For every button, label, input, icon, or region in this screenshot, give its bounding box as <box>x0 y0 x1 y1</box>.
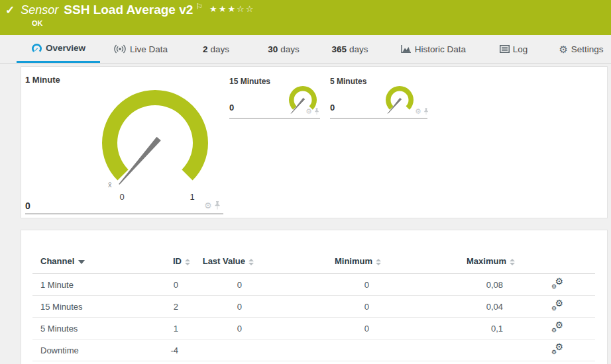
gear-icon[interactable]: ⚙ <box>415 108 421 115</box>
status-check-icon: ✓ <box>5 3 15 17</box>
tab-settings[interactable]: ⚙ Settings <box>551 35 611 63</box>
column-header-minimum[interactable]: Minimum <box>254 249 381 274</box>
gauge-last-value: 0 <box>229 103 234 113</box>
channel-last-value: 0 <box>190 274 254 296</box>
gauge-scale-min: 0 <box>115 192 129 202</box>
sort-icon <box>376 259 381 265</box>
edit-channel-icon[interactable]: ⚙⚙ <box>551 279 563 289</box>
channel-maximum: 0,04 <box>381 296 515 318</box>
page-title: SSH Load Average v2 <box>64 3 193 17</box>
channel-name: 1 Minute <box>32 274 125 296</box>
channel-maximum <box>381 340 515 361</box>
tab-label: days <box>349 44 368 54</box>
gauge-scale-max: 1 <box>186 192 199 202</box>
gear-icon[interactable]: ⚙ <box>204 201 212 210</box>
column-label: Minimum <box>335 256 372 266</box>
channel-last-value: 0 <box>190 318 254 340</box>
gauge-needle <box>119 138 160 184</box>
tab-live-data[interactable]: Live Data <box>108 35 173 63</box>
tab-historic-data[interactable]: Historic Data <box>396 35 471 63</box>
area-chart-icon <box>401 45 412 54</box>
tab-label: Overview <box>46 43 85 53</box>
gauge-chart-5-minutes <box>381 83 418 116</box>
column-header-id[interactable]: ID <box>125 249 190 274</box>
table-row[interactable]: Downtime -4 ⚙⚙ <box>32 340 595 361</box>
table-row[interactable]: 5 Minutes 1 0 0 0,1 ⚙⚙ <box>32 318 595 340</box>
channel-id: 2 <box>125 296 190 318</box>
tab-365-days[interactable]: 365 days <box>325 35 374 63</box>
edit-channel-icon[interactable]: ⚙⚙ <box>551 300 563 311</box>
channels-panel: Channel ID Last Value Minimum Maximum <box>21 230 608 364</box>
channel-last-value: 0 <box>190 296 254 318</box>
channel-last-value <box>190 340 254 361</box>
column-label: Maximum <box>467 256 506 266</box>
prtg-sensor-page: ✓ Sensor SSH Load Average v2 ⚐ ★★★☆☆ OK … <box>0 0 611 364</box>
channel-maximum: 0,1 <box>381 318 515 340</box>
tab-number: 30 <box>268 44 278 54</box>
divider <box>229 118 320 119</box>
channel-name: 5 Minutes <box>32 318 125 340</box>
sort-icon <box>185 259 190 265</box>
tab-number: 2 <box>203 44 208 54</box>
edit-channel-icon[interactable]: ⚙⚙ <box>551 322 563 333</box>
tab-bar: Overview Live Data 2 days 30 days 365 da… <box>0 35 611 64</box>
channel-minimum: 0 <box>254 296 381 318</box>
gauge-icon <box>31 43 42 54</box>
column-label: Last Value <box>203 256 245 266</box>
column-header-channel[interactable]: Channel <box>32 249 125 274</box>
gauge-title: 5 Minutes <box>330 77 366 86</box>
pin-icon[interactable] <box>214 201 221 210</box>
tab-2-days[interactable]: 2 days <box>194 35 238 63</box>
tab-label: Log <box>513 44 528 54</box>
gear-icon[interactable]: ⚙ <box>306 108 312 115</box>
column-label: Channel <box>40 256 74 266</box>
divider <box>330 118 427 119</box>
sort-icon <box>510 259 515 265</box>
channel-id: 1 <box>125 318 190 340</box>
sensor-status-bar: ✓ Sensor SSH Load Average v2 ⚐ ★★★☆☆ OK <box>0 0 611 35</box>
log-icon <box>500 45 510 53</box>
sort-desc-icon <box>78 260 85 264</box>
tab-number: 365 <box>331 44 347 54</box>
gauge-title: 15 Minutes <box>229 77 270 86</box>
pin-icon[interactable] <box>423 108 429 115</box>
sort-icon <box>249 259 254 265</box>
priority-flag-icon[interactable]: ⚐ <box>195 2 203 11</box>
edit-channel-icon[interactable]: ⚙⚙ <box>551 344 563 355</box>
channel-name: 15 Minutes <box>32 296 125 318</box>
tab-label: Live Data <box>130 44 168 54</box>
channel-name: Downtime <box>32 340 125 361</box>
tab-30-days[interactable]: 30 days <box>263 35 304 63</box>
average-marker: x̄ <box>108 181 112 189</box>
channels-table: Channel ID Last Value Minimum Maximum <box>32 249 595 361</box>
channel-maximum: 0,08 <box>381 274 515 296</box>
gauge-chart-1-minute <box>100 88 210 193</box>
broadcast-icon <box>113 44 127 54</box>
sensor-kind-label: Sensor <box>21 3 58 17</box>
tab-label: days <box>280 44 300 54</box>
channel-minimum <box>254 340 381 361</box>
channel-minimum: 0 <box>254 274 381 296</box>
table-row[interactable]: 1 Minute 0 0 0 0,08 ⚙⚙ <box>32 274 595 296</box>
channel-id: -4 <box>125 340 190 361</box>
status-badge: OK <box>32 19 43 27</box>
gauge-last-value: 0 <box>330 103 335 113</box>
tab-label: Historic Data <box>415 44 466 54</box>
column-header-maximum[interactable]: Maximum <box>381 249 515 274</box>
table-row[interactable]: 15 Minutes 2 0 0 0,04 ⚙⚙ <box>32 296 595 318</box>
gauges-panel: 1 Minute x̄ 0 1 0 ⚙ 15 Minutes 0 ⚙ <box>21 66 608 218</box>
gauge-title: 1 Minute <box>25 75 60 85</box>
priority-star-rating[interactable]: ★★★☆☆ <box>209 4 254 14</box>
tab-log[interactable]: Log <box>494 35 533 63</box>
pin-icon[interactable] <box>314 108 319 115</box>
gear-icon: ⚙ <box>559 44 567 54</box>
column-header-edit <box>515 249 595 274</box>
tab-overview[interactable]: Overview <box>17 35 100 63</box>
column-header-last-value[interactable]: Last Value <box>190 249 254 274</box>
table-header-row: Channel ID Last Value Minimum Maximum <box>32 249 595 274</box>
tab-label: Settings <box>571 44 604 54</box>
channel-id: 0 <box>125 274 190 296</box>
gauge-last-value: 0 <box>25 201 30 211</box>
column-label: ID <box>173 256 182 266</box>
channel-minimum: 0 <box>254 318 381 340</box>
